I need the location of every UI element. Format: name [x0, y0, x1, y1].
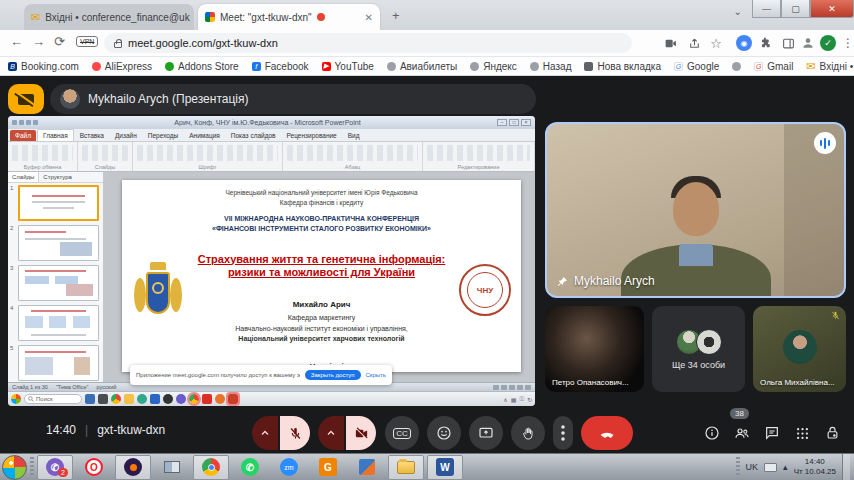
bookmark-avia[interactable]: Авиабилеты: [387, 61, 457, 72]
mic-options-chevron[interactable]: [252, 416, 278, 450]
app-icon[interactable]: [85, 394, 95, 404]
bookmark-booking[interactable]: BBooking.com: [8, 61, 79, 72]
taskbar-whatsapp[interactable]: ✆: [232, 455, 268, 480]
chrome-active-icon[interactable]: [189, 394, 199, 404]
bookmark-nazad[interactable]: Назад: [530, 61, 572, 72]
taskbar-zoom[interactable]: zm: [271, 455, 307, 480]
app-icon[interactable]: [137, 394, 147, 404]
ppt-group-font[interactable]: Шрифт: [133, 142, 283, 171]
profile-icon[interactable]: [800, 35, 816, 51]
host-controls-icon[interactable]: [820, 421, 844, 445]
ppt-tab-transitions[interactable]: Переходы: [143, 130, 184, 141]
keyboard-layout-icon[interactable]: [764, 463, 777, 472]
start-icon[interactable]: [11, 394, 21, 404]
app-icon[interactable]: [150, 394, 160, 404]
slide-thumbnail-5[interactable]: 5: [10, 345, 99, 381]
reactions-button[interactable]: [427, 416, 461, 450]
side-panel-icon[interactable]: [780, 35, 796, 51]
folder-icon[interactable]: [124, 394, 134, 404]
end-call-button[interactable]: [581, 416, 633, 450]
slide-canvas[interactable]: Чернівецький національний університет ім…: [122, 180, 521, 372]
tab-mail[interactable]: ✉ Вхідні • conference_finance@uk ✕: [24, 4, 194, 30]
share-icon[interactable]: [686, 35, 702, 51]
language-indicator[interactable]: UK: [746, 462, 759, 472]
tab-meet[interactable]: Meet: "gxt-tkuw-dxn" ✕: [198, 4, 380, 30]
people-panel-icon[interactable]: [730, 421, 754, 445]
minimize-button[interactable]: —: [752, 0, 781, 18]
presentation-indicator[interactable]: [8, 84, 44, 114]
bookmark-gmail[interactable]: GGmail: [754, 61, 793, 72]
camera-off-button[interactable]: [346, 416, 376, 450]
shield-extension-icon[interactable]: ◉: [736, 35, 752, 51]
ppt-view-zoom-controls[interactable]: [493, 385, 531, 390]
chat-panel-icon[interactable]: [760, 421, 784, 445]
window-chevron-icon[interactable]: ⌄: [734, 6, 742, 17]
taskbar-explorer[interactable]: [388, 455, 424, 480]
ppt-group-paragraph[interactable]: Абзац: [283, 142, 423, 171]
taskbar-chrome[interactable]: [193, 455, 229, 480]
taskbar-avast-browser[interactable]: [115, 455, 151, 480]
bookmark-youtube[interactable]: ▶YouTube: [322, 61, 374, 72]
ppt-close-button[interactable]: ×: [521, 119, 531, 126]
app-icon[interactable]: [111, 394, 121, 404]
ppt-tab-view[interactable]: Вид: [343, 130, 365, 141]
start-button[interactable]: [2, 455, 27, 480]
browser-menu-icon[interactable]: ⋮: [840, 35, 854, 51]
bookmark-addons[interactable]: Addons Store: [165, 61, 239, 72]
stop-sharing-button[interactable]: Закрыть доступ: [305, 370, 361, 380]
raise-hand-button[interactable]: [511, 416, 545, 450]
ppt-quick-access-toolbar[interactable]: [12, 120, 38, 125]
meeting-details-icon[interactable]: [700, 421, 724, 445]
bookmark-yandex[interactable]: Яндекс: [470, 61, 517, 72]
ppt-group-editing[interactable]: Редактирование: [423, 142, 535, 171]
app-icon[interactable]: [202, 394, 212, 404]
ppt-panel-tab-slides[interactable]: Слайды: [8, 172, 39, 182]
taskbar-viber[interactable]: ✆2: [37, 455, 73, 480]
slide-thumbnail-3[interactable]: 3: [10, 265, 99, 301]
ppt-maximize-button[interactable]: □: [509, 119, 519, 126]
app-icon[interactable]: [176, 394, 186, 404]
bookmark-newtab[interactable]: Нова вкладка: [584, 61, 661, 72]
slide-thumbnail-1[interactable]: 1: [10, 185, 99, 221]
reload-icon[interactable]: ⟳: [54, 34, 65, 49]
new-tab-button[interactable]: +: [392, 8, 400, 23]
show-desktop-button[interactable]: [842, 454, 850, 480]
activities-icon[interactable]: [790, 421, 814, 445]
forward-icon[interactable]: →: [32, 34, 45, 49]
video-tile-petro[interactable]: Петро Опанасович...: [545, 306, 644, 392]
video-tile-olha[interactable]: Ольга Михайлівна...: [753, 306, 846, 392]
present-button[interactable]: [469, 416, 503, 450]
more-options-button[interactable]: [553, 416, 573, 450]
taskbar-opera[interactable]: O: [76, 455, 112, 480]
slide-thumbnail-4[interactable]: 4: [10, 305, 99, 341]
bookmark-star-icon[interactable]: ☆: [708, 35, 724, 51]
safety-shield-icon[interactable]: ✓: [820, 35, 836, 51]
camera-options-chevron[interactable]: [318, 416, 344, 450]
app-icon[interactable]: [215, 394, 225, 404]
taskbar-display-settings[interactable]: [154, 455, 190, 480]
maximize-button[interactable]: ▢: [781, 0, 810, 18]
bookmark-aliexpress[interactable]: AliExpress: [92, 61, 152, 72]
taskbar-app-cube[interactable]: [349, 455, 385, 480]
ppt-minimize-button[interactable]: –: [497, 119, 507, 126]
ppt-tab-animation[interactable]: Анимация: [184, 130, 225, 141]
ppt-panel-tab-outline[interactable]: Структура: [39, 172, 75, 182]
back-icon[interactable]: ←: [10, 34, 23, 49]
ppt-tab-insert[interactable]: Вставка: [75, 130, 109, 141]
powerpoint-active-icon[interactable]: [228, 394, 238, 404]
slide-thumbnail-2[interactable]: 2: [10, 225, 99, 261]
close-button[interactable]: ✕: [810, 0, 854, 18]
ppt-tab-home[interactable]: Главная: [37, 129, 74, 141]
mic-off-button[interactable]: [280, 416, 310, 450]
omnibox[interactable]: meet.google.com/gxt-tkuw-dxn: [104, 33, 632, 53]
ppt-group-slides[interactable]: Слайды: [78, 142, 133, 171]
taskbar-word[interactable]: W: [427, 455, 463, 480]
presenter-pill[interactable]: Mykhailo Arych (Презентація): [50, 84, 536, 114]
bookmark-inbox[interactable]: ✉Вхідні • conference...: [806, 61, 854, 72]
vpn-extension-icon[interactable]: VPN: [76, 36, 98, 47]
ppt-group-clipboard[interactable]: Буфер обмена: [8, 142, 78, 171]
ppt-tab-slideshow[interactable]: Показ слайдов: [226, 130, 281, 141]
puzzle-extensions-icon[interactable]: [758, 35, 774, 51]
tray-expand-icon[interactable]: ▴: [783, 462, 788, 472]
bookmark-globe[interactable]: [732, 62, 741, 71]
